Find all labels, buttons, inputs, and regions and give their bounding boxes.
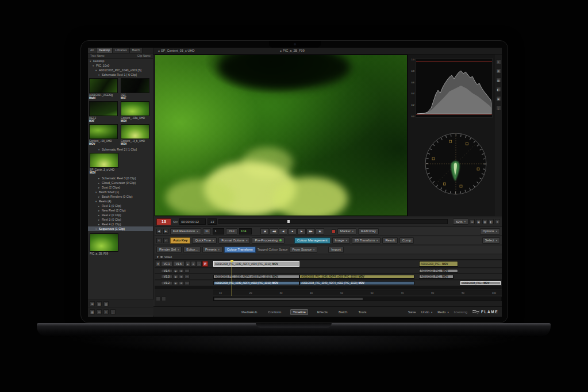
library-tool-button[interactable]: ▦: [90, 309, 95, 314]
library-tool-button[interactable]: ⊞: [90, 301, 95, 306]
playhead[interactable]: [232, 260, 232, 296]
track-settings-icon[interactable]: [179, 275, 184, 279]
viewer-view-button[interactable]: ▣: [476, 219, 481, 224]
result-button[interactable]: Result: [382, 237, 397, 244]
clip-thumbnail[interactable]: PIC_a_2B_F09: [90, 233, 121, 255]
transport-button[interactable]: ■: [288, 228, 297, 235]
image-dropdown[interactable]: Image: [332, 237, 350, 244]
clip-thumbnail[interactable]: Content_..03a_UHD MOV: [121, 101, 152, 122]
track-visibility-icon[interactable]: [173, 281, 178, 285]
import-button[interactable]: Import: [328, 247, 343, 253]
track-name-cell[interactable]: V1.3: [161, 275, 172, 279]
tree-item[interactable]: ▸ Batch Renders (0 Clip): [88, 194, 153, 199]
viewer-view-button[interactable]: ⊞: [470, 219, 475, 224]
track-settings-icon[interactable]: [191, 261, 196, 267]
timeline-fit-icon[interactable]: [162, 297, 166, 301]
marker-dropdown[interactable]: Marker: [337, 228, 356, 235]
protect-badge[interactable]: P: [202, 261, 208, 267]
transform-2d-dropdown[interactable]: 2D Transform: [352, 237, 381, 244]
transport-button[interactable]: ▶: [297, 228, 306, 235]
undo-dropdown[interactable]: Undo: [421, 310, 433, 314]
timeline-clip[interactable]: A001C003_PIC_1030_ADF4_v003 [PIC_1010] M…: [213, 275, 299, 279]
render-sel-dropdown[interactable]: Render Sel: [156, 247, 182, 253]
position-slider-handle[interactable]: [287, 220, 290, 223]
clip-thumbnail[interactable]: Content_..03_UHD MOV: [89, 124, 120, 145]
view-forward-button[interactable]: [163, 229, 168, 234]
clip-thumbnail[interactable]: REF MXF: [121, 78, 152, 99]
scope-tool-button[interactable]: ◧: [496, 87, 501, 92]
workspace-tab[interactable]: Tools: [356, 310, 368, 314]
tree-item[interactable]: ▾ PIC_10x0: [88, 63, 153, 68]
tree-item[interactable]: ▸ Reel 3 (0 Clip): [88, 217, 153, 222]
workspace-tab[interactable]: Effects: [316, 310, 329, 314]
marker-colour-swatch[interactable]: [332, 229, 336, 233]
tree-item[interactable]: ▾ Reels (4): [88, 199, 153, 203]
timecode-field[interactable]: 00:00:00:12: [179, 218, 206, 225]
ram-play-button[interactable]: RAM Play: [358, 228, 379, 235]
workspace-tab[interactable]: MediaHub: [240, 310, 259, 314]
vectorscope[interactable]: [420, 128, 491, 199]
track-collapse-icon[interactable]: [156, 261, 160, 267]
timeline-scrollbar[interactable]: [213, 297, 502, 301]
clip-thumbnail[interactable]: Content_..3_b_UHD MOV: [121, 124, 152, 145]
waveform-scope[interactable]: [416, 58, 493, 118]
track-visibility-icon[interactable]: [185, 261, 190, 267]
redo-dropdown[interactable]: Redo: [437, 310, 449, 314]
timecode-mode-label[interactable]: Src: [173, 220, 178, 224]
track-name-cell[interactable]: V1.4: [161, 269, 172, 272]
timeline-ruler[interactable]: 102030405060708090100: [213, 290, 502, 295]
clip-name-header[interactable]: Clip Name: [137, 54, 151, 57]
timeline-clip[interactable]: A001C003_PIC.. MOV: [419, 275, 454, 279]
scope-tool-button[interactable]: ▦: [496, 78, 501, 83]
video-group-row[interactable]: Video: [155, 255, 502, 260]
colour-management-button[interactable]: Colour Management: [294, 237, 330, 244]
scope-tool-button[interactable]: ⊞: [496, 68, 501, 74]
clip-thumbnail[interactable]: REF2 MXF: [89, 101, 120, 122]
tree-item[interactable]: ▾ A001C003_PIC_1040_v003 [S]: [88, 68, 153, 72]
pre-processing-button[interactable]: Pre-Processing: [252, 237, 285, 244]
track-visibility-icon[interactable]: [173, 275, 178, 279]
tree-item[interactable]: ▸ Dust (2 Clips): [88, 185, 153, 190]
clear-button[interactable]: [156, 238, 162, 243]
timeline-clip[interactable]: A001C003_PIC.. MOV: [460, 281, 501, 285]
library-tool-button[interactable]: ▤: [97, 301, 102, 306]
library-tool-button[interactable]: ⋮: [110, 309, 116, 314]
tree-item[interactable]: ▸ Reel 2 (0 Clip): [88, 213, 153, 217]
editor-button[interactable]: Editor...: [183, 247, 201, 253]
timeline-clip[interactable]: A001C003_PIC_1030_ADF4_v004 [PIC_1010] M…: [213, 261, 299, 267]
timeline-clip[interactable]: A001C003_PIC.. MOV: [419, 261, 458, 267]
timeline-clip[interactable]: A001C003_PIC_1040_ADF4_v003 [PIC_1020] M…: [299, 275, 414, 279]
collapse-icon[interactable]: [157, 255, 159, 259]
transport-button[interactable]: ▶|: [316, 228, 324, 235]
library-tab[interactable]: Libraries: [113, 48, 129, 53]
in-button[interactable]: In: [203, 228, 212, 235]
timeline-clip[interactable]: A001C003_PIC_1040_ADF4_v002 [PIC_1020] M…: [299, 281, 414, 285]
confirm-button[interactable]: [163, 238, 168, 243]
tree-item[interactable]: ▸ Reel 1 (0 Clip): [88, 203, 153, 208]
tagged-colour-space-dropdown[interactable]: From Source: [290, 247, 318, 253]
track-settings-icon[interactable]: [179, 281, 184, 285]
library-tool-button[interactable]: ⊙: [97, 309, 102, 314]
tree-item[interactable]: ▸ Cloud_Generator (0 Clip): [88, 180, 153, 185]
workspace-tab[interactable]: Batch: [337, 310, 349, 314]
viewer-view-button[interactable]: ≡: [495, 219, 500, 224]
in-frame-field[interactable]: 1: [213, 228, 224, 235]
transport-button[interactable]: ◀◀: [270, 228, 278, 235]
tree-item[interactable]: ▸ Reel 4 (1 Clip): [88, 222, 153, 226]
library-tool-button[interactable]: ≡: [103, 309, 109, 314]
view-back-button[interactable]: [156, 229, 162, 234]
library-tool-button[interactable]: ▥: [103, 301, 109, 306]
viewer-view-button[interactable]: ▦: [482, 219, 487, 224]
auto-key-button[interactable]: Auto Key: [170, 237, 190, 244]
transport-button[interactable]: ◀: [279, 228, 287, 235]
viewer-view-button[interactable]: ◧: [489, 219, 494, 224]
colour-transform-button[interactable]: Colour Transform: [224, 247, 256, 253]
track-patch-cell[interactable]: VC.1: [161, 261, 172, 267]
timeline-zoom-icon[interactable]: [156, 297, 160, 301]
save-button[interactable]: Save: [408, 310, 416, 314]
licensing-link[interactable]: licensing: [454, 310, 467, 314]
viewer-tab-sp-content[interactable]: SP_Content_03_c-UHD: [158, 49, 194, 52]
tree-item[interactable]: ▾ Schematic Reel 1 [ 6 Clip]: [88, 72, 153, 77]
tree-item[interactable]: ▸ New Reel (2 Clip): [88, 208, 153, 213]
resolution-dropdown[interactable]: Full Resolution: [170, 228, 201, 235]
